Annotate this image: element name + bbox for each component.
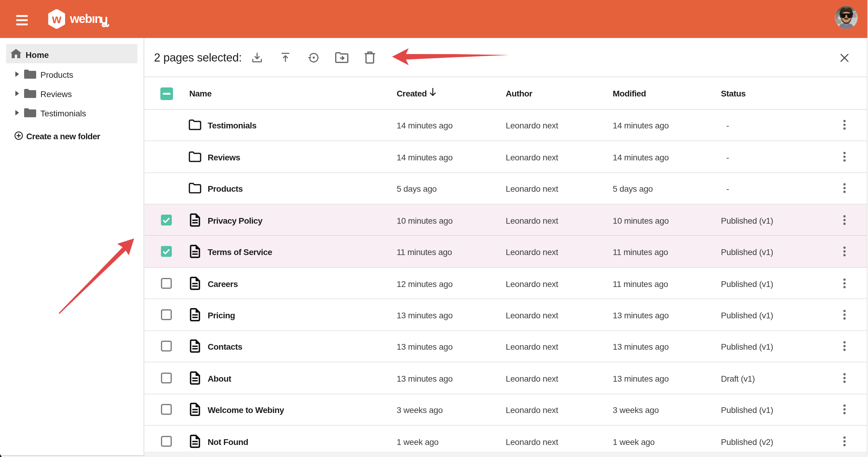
- svg-text:w: w: [52, 12, 61, 25]
